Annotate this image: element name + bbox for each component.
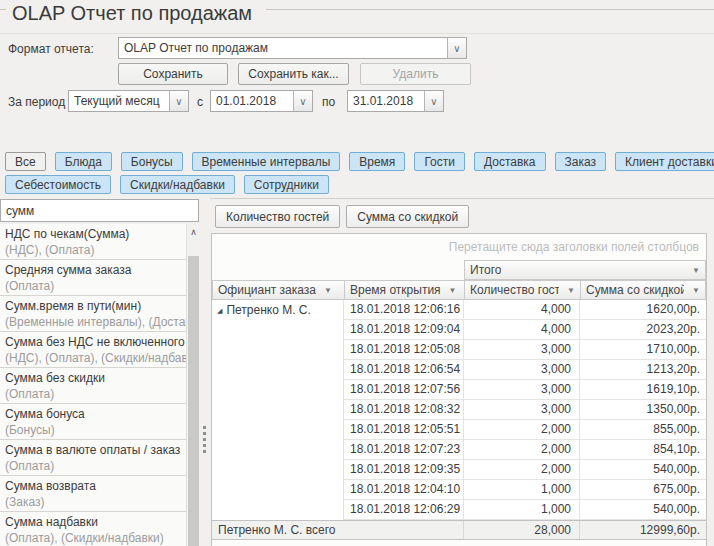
table-row[interactable]: 18.01.2018 12:06:543,0001213,20р.	[344, 360, 706, 380]
field-list-item[interactable]: Сумма возврата(Заказ)	[0, 476, 186, 512]
date-to-picker[interactable]: 31.01.2018 ∨	[347, 90, 444, 112]
category-button[interactable]: Блюда	[55, 152, 112, 171]
delete-button[interactable]: Удалить	[360, 63, 471, 85]
field-title: НДС по чекам(Сумма)	[5, 226, 186, 242]
field-categories: (НДС), (Оплата)	[5, 242, 186, 258]
table-row[interactable]: 18.01.2018 12:05:083,0001710,00р.	[344, 340, 706, 360]
category-button[interactable]: Бонусы	[121, 152, 183, 171]
filter-arrow-icon[interactable]: ▼	[324, 286, 332, 295]
field-list-item[interactable]: Сумма бонуса(Бонусы)	[0, 404, 186, 440]
category-tabs-row-1: ВсеБлюдаБонусыВременные интервалыВремяГо…	[5, 152, 714, 171]
category-button[interactable]: Сотрудники	[244, 175, 329, 194]
sum-cell: 540,00р.	[580, 500, 706, 519]
sum-cell: 1213,20р.	[580, 360, 706, 379]
column-header-open-time[interactable]: Время открытия ▼	[344, 280, 464, 300]
open-time-cell: 18.01.2018 12:05:51	[344, 420, 464, 439]
table-row[interactable]: 18.01.2018 12:06:291,000540,00р.	[344, 500, 706, 520]
category-button[interactable]: Временные интервалы	[192, 152, 341, 171]
save-button[interactable]: Сохранить	[118, 63, 228, 85]
sum-cell: 1350,00р.	[580, 400, 706, 419]
field-categories: (Оплата)	[5, 458, 186, 474]
filter-arrow-icon[interactable]: ▼	[692, 266, 700, 275]
pivot-grid: Перетащите сюда заголовки полей столбцов…	[211, 233, 707, 546]
chevron-down-icon[interactable]: ∨	[424, 91, 443, 111]
group-total-row: Петренко М. С. всего 28,000 12999,60р.	[212, 520, 706, 540]
measure-chip[interactable]: Количество гостей	[215, 205, 340, 228]
category-button[interactable]: Заказ	[555, 152, 606, 171]
field-list-item[interactable]: Сумма без скидки(Оплата)	[0, 368, 186, 404]
sum-cell: 1710,00р.	[580, 340, 706, 359]
field-title: Сумм.время в пути(мин)	[5, 298, 186, 314]
open-time-cell: 18.01.2018 12:06:54	[344, 360, 464, 379]
table-row[interactable]: 18.01.2018 12:08:323,0001350,00р.	[344, 400, 706, 420]
sum-cell: 854,10р.	[580, 440, 706, 459]
field-categories: (Оплата)	[5, 278, 186, 294]
category-button[interactable]: Доставка	[474, 152, 546, 171]
total-column-group-header[interactable]: Итого ▼	[464, 260, 706, 280]
column-header-waiter[interactable]: Официант заказа ▼	[212, 280, 344, 300]
field-list-item[interactable]: НДС по чекам(Сумма)(НДС), (Оплата)	[0, 224, 186, 260]
report-format-value: OLAP Отчет по продажам	[119, 41, 447, 55]
report-format-select[interactable]: OLAP Отчет по продажам ∨	[118, 37, 467, 59]
category-button[interactable]: Скидки/надбавки	[120, 175, 235, 194]
field-list-item[interactable]: Сумма в валюте оплаты / заказ(Оплата)	[0, 440, 186, 476]
filter-arrow-icon[interactable]: ▼	[692, 286, 700, 295]
page-title: OLAP Отчет по продажам	[6, 2, 266, 27]
chevron-down-icon[interactable]: ∨	[293, 91, 312, 111]
table-row[interactable]: 18.01.2018 12:05:512,000855,00р.	[344, 420, 706, 440]
guests-cell: 4,000	[464, 300, 580, 319]
field-categories: (НДС), (Оплата), (Скидки/надбавки)	[5, 350, 186, 366]
measure-chip[interactable]: Сумма со скидкой	[346, 205, 469, 228]
table-row[interactable]: 18.01.2018 12:09:352,000540,00р.	[344, 460, 706, 480]
column-dropzone[interactable]: Перетащите сюда заголовки полей столбцов	[212, 234, 706, 260]
title-separator	[0, 33, 714, 34]
date-from-picker[interactable]: 01.01.2018 ∨	[210, 90, 313, 112]
table-row[interactable]: 18.01.2018 12:04:101,000675,00р.	[344, 480, 706, 500]
date-to-value: 31.01.2018	[348, 94, 424, 108]
filter-arrow-icon[interactable]: ▼	[449, 286, 457, 295]
fields-scrollbar[interactable]: ∧	[186, 224, 200, 546]
field-title: Сумма надбавки	[5, 514, 186, 530]
field-categories: (Бонусы)	[5, 422, 186, 438]
guests-cell: 3,000	[464, 360, 580, 379]
open-time-cell: 18.01.2018 12:09:04	[344, 320, 464, 339]
column-header-guest-count[interactable]: Количество гостей ▼	[464, 280, 580, 300]
scrollbar-thumb[interactable]	[188, 256, 199, 546]
period-label: За период	[8, 95, 65, 109]
table-row[interactable]: 18.01.2018 12:07:232,000854,10р.	[344, 440, 706, 460]
category-button[interactable]: Все	[5, 152, 46, 171]
pivot-panel: Количество гостейСумма со скидкой Перета…	[210, 198, 714, 546]
category-button[interactable]: Себестоимость	[5, 175, 111, 194]
field-search-input[interactable]	[0, 199, 199, 222]
chevron-down-icon[interactable]: ∨	[169, 91, 188, 111]
field-title: Сумма в валюте оплаты / заказ	[5, 442, 186, 458]
table-row[interactable]: 18.01.2018 12:06:164,0001620,00р.	[344, 300, 706, 320]
fields-panel: НДС по чекам(Сумма)(НДС), (Оплата)Средня…	[0, 198, 200, 546]
category-button[interactable]: Время	[349, 152, 405, 171]
format-label: Формат отчета:	[8, 42, 94, 56]
table-row[interactable]: 18.01.2018 12:09:044,0002023,20р.	[344, 320, 706, 340]
guests-cell: 2,000	[464, 440, 580, 459]
field-list-item[interactable]: Средняя сумма заказа(Оплата)	[0, 260, 186, 296]
sum-cell: 1619,10р.	[580, 380, 706, 399]
column-header-discount-sum[interactable]: Сумма со скидкой ▼	[580, 280, 706, 300]
category-button[interactable]: Клиент доставки	[615, 152, 714, 171]
filter-arrow-icon[interactable]: ▼	[567, 286, 575, 295]
scroll-up-icon[interactable]: ∧	[187, 224, 200, 240]
chevron-down-icon[interactable]: ∨	[447, 38, 466, 58]
period-select[interactable]: Текущий месяц ∨	[68, 90, 189, 112]
category-button[interactable]: Гости	[414, 152, 465, 171]
group-row-header[interactable]: ◢Петренко М. С.	[212, 300, 344, 520]
expand-collapse-icon[interactable]: ◢	[217, 307, 222, 314]
total-sum-value: 12999,60р.	[580, 521, 706, 539]
guests-cell: 2,000	[464, 460, 580, 479]
save-as-button[interactable]: Сохранить как...	[238, 63, 349, 85]
group-label: Петренко М. С.	[226, 303, 310, 317]
splitter-grip-icon[interactable]	[203, 426, 206, 453]
total-guests-value: 28,000	[464, 521, 580, 539]
field-list-item[interactable]: Сумма без НДС не включенного в стоимость…	[0, 332, 186, 368]
field-list-item[interactable]: Сумма надбавки(Оплата), (Скидки/надбавки…	[0, 512, 186, 546]
field-list-item[interactable]: Сумм.время в пути(мин)(Временные интерва…	[0, 296, 186, 332]
open-time-cell: 18.01.2018 12:06:16	[344, 300, 464, 319]
table-row[interactable]: 18.01.2018 12:07:563,0001619,10р.	[344, 380, 706, 400]
